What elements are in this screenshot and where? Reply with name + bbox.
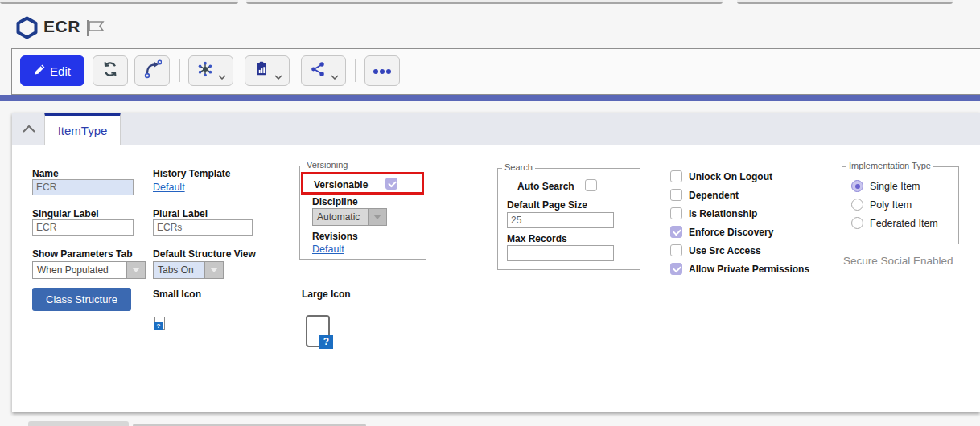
background-tab-remnant xyxy=(0,0,238,4)
name-input[interactable] xyxy=(32,179,134,195)
auto-search-label: Auto Search xyxy=(517,181,574,192)
triangle-down-icon xyxy=(132,268,140,272)
triangle-down-icon xyxy=(373,215,381,219)
is-relationship-label: Is Relationship xyxy=(689,208,757,219)
graph-network-icon xyxy=(196,60,214,81)
refresh-icon xyxy=(101,60,119,81)
federated-item-label: Federated Item xyxy=(870,218,938,229)
question-mark-glyph: ? xyxy=(154,322,163,330)
search-legend: Search xyxy=(502,162,535,172)
history-template-link[interactable]: Default xyxy=(153,182,185,193)
implementation-type-legend: Implementation Type xyxy=(846,161,933,170)
background-tab-remnant xyxy=(246,0,723,4)
dependent-checkbox[interactable] xyxy=(670,189,682,201)
tab-itemtype[interactable]: ItemType xyxy=(44,113,121,145)
dropdown-arrow-button[interactable] xyxy=(204,262,223,278)
toolbar-separator xyxy=(355,59,356,82)
structure-browser-dropdown-button[interactable] xyxy=(188,55,233,86)
background-tab-remnant xyxy=(737,0,953,4)
background-tab-remnant xyxy=(28,421,129,426)
unlock-on-logout-label: Unlock On Logout xyxy=(689,171,772,182)
chevron-down-icon xyxy=(274,68,282,73)
discipline-label: Discipline xyxy=(312,196,358,207)
secure-social-enabled-text: Secure Social Enabled xyxy=(843,255,953,267)
single-item-radio[interactable] xyxy=(851,180,863,192)
plural-label-label: Plural Label xyxy=(153,208,208,219)
enforce-discovery-label: Enforce Discovery xyxy=(689,227,773,238)
dropdown-arrow-button[interactable] xyxy=(368,209,386,225)
singular-label-input[interactable] xyxy=(32,219,134,236)
red-highlight-box xyxy=(301,172,424,195)
federated-item-radio[interactable] xyxy=(851,217,863,229)
pencil-icon xyxy=(34,63,46,79)
chevron-down-icon xyxy=(331,68,339,73)
singular-label-label: Singular Label xyxy=(32,208,99,219)
large-icon-broken-image[interactable]: ? xyxy=(306,315,330,347)
unlock-on-logout-checkbox[interactable] xyxy=(670,170,682,182)
tab-strip: ItemType xyxy=(12,113,980,145)
use-src-access-label: Use Src Access xyxy=(689,245,761,256)
edit-button[interactable]: Edit xyxy=(20,55,84,86)
accent-bar xyxy=(0,95,980,101)
clipboard-report-icon xyxy=(253,60,270,81)
aras-hexagon-logo xyxy=(16,16,38,39)
small-icon-broken-image[interactable]: ? xyxy=(154,317,165,330)
toolbar: Edit xyxy=(11,48,980,95)
revisions-label: Revisions xyxy=(312,231,358,242)
revisions-link[interactable]: Default xyxy=(312,244,344,255)
poly-item-radio[interactable] xyxy=(851,199,863,211)
flag-icon[interactable] xyxy=(85,18,106,38)
single-item-label: Single Item xyxy=(870,181,920,192)
small-icon-label: Small Icon xyxy=(153,289,201,300)
class-structure-button[interactable]: Class Structure xyxy=(32,288,131,311)
reports-dropdown-button[interactable] xyxy=(245,55,290,86)
auto-search-checkbox[interactable] xyxy=(585,179,597,191)
poly-item-label: Poly Item xyxy=(870,199,912,211)
plural-label-input[interactable] xyxy=(153,219,253,236)
question-mark-glyph: ? xyxy=(319,335,333,349)
page-title: ECR xyxy=(43,17,80,36)
edit-button-label: Edit xyxy=(50,64,71,78)
name-label: Name xyxy=(32,168,59,179)
promote-arrow-icon xyxy=(142,59,162,82)
discipline-select[interactable]: Automatic xyxy=(312,208,387,226)
app-window: ECR Edit xyxy=(0,0,980,426)
discipline-value: Automatic xyxy=(313,209,368,225)
is-relationship-checkbox[interactable] xyxy=(670,207,682,219)
refresh-button[interactable] xyxy=(93,55,128,86)
toolbar-separator xyxy=(179,59,180,82)
history-template-label: History Template xyxy=(153,168,230,179)
triangle-down-icon xyxy=(210,268,218,272)
promote-button[interactable] xyxy=(134,55,170,86)
default-structure-view-select[interactable]: Tabs On xyxy=(153,261,224,279)
default-structure-view-label: Default Structure View xyxy=(153,248,256,260)
more-actions-button[interactable] xyxy=(364,55,400,86)
show-parameters-tab-value: When Populated xyxy=(33,262,126,278)
use-src-access-checkbox[interactable] xyxy=(670,244,682,256)
large-icon-label: Large Icon xyxy=(302,289,351,300)
default-page-size-label: Default Page Size xyxy=(507,199,587,211)
enforce-discovery-checkbox[interactable] xyxy=(670,226,682,238)
show-parameters-tab-select[interactable]: When Populated xyxy=(32,261,146,279)
max-records-input[interactable] xyxy=(507,245,614,261)
show-parameters-tab-label: Show Parameters Tab xyxy=(32,248,133,260)
versioning-legend: Versioning xyxy=(304,160,350,170)
share-icon xyxy=(309,60,327,81)
share-dropdown-button[interactable] xyxy=(301,55,346,86)
allow-private-permissions-label: Allow Private Permissions xyxy=(689,264,809,275)
default-structure-view-value: Tabs On xyxy=(154,262,204,278)
ellipsis-icon xyxy=(373,63,392,78)
dropdown-arrow-button[interactable] xyxy=(126,262,145,278)
collapse-chevron-up-icon[interactable] xyxy=(22,122,38,135)
max-records-label: Max Records xyxy=(507,233,567,244)
dependent-label: Dependent xyxy=(689,190,739,201)
allow-private-permissions-checkbox[interactable] xyxy=(670,263,682,275)
chevron-down-icon xyxy=(218,68,226,73)
default-page-size-input[interactable] xyxy=(507,212,614,228)
itemtype-form-panel: ItemType Name History Template Default S… xyxy=(12,113,980,412)
